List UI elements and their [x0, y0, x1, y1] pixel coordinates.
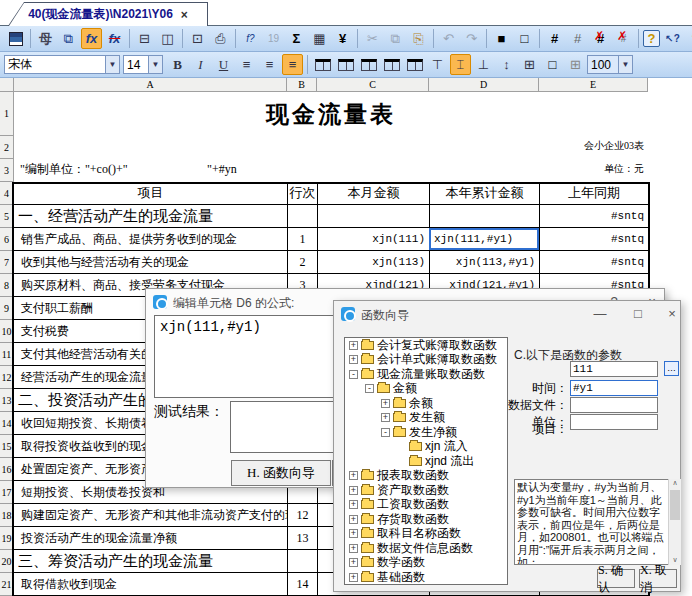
- header-ytd[interactable]: 本年累计金额: [429, 182, 539, 204]
- cell-month[interactable]: xjn(111): [317, 228, 429, 250]
- merge-rows-icon[interactable]: [358, 54, 379, 75]
- row-header[interactable]: 14: [0, 412, 14, 435]
- sheet-tab[interactable]: 40(现金流量表)\N2021\Y06 ×: [8, 2, 208, 26]
- copy-icon[interactable]: ⧉: [385, 28, 406, 49]
- expand-toggle-icon[interactable]: +: [349, 544, 358, 553]
- browse-button[interactable]: …: [664, 361, 679, 376]
- tree-item[interactable]: +数据文件信息函数: [345, 541, 507, 556]
- align-center-icon[interactable]: ≡: [259, 54, 280, 75]
- row-header[interactable]: 11: [0, 343, 14, 366]
- param-input-item[interactable]: [570, 361, 658, 377]
- header-month[interactable]: 本月金额: [317, 182, 429, 204]
- cell-line[interactable]: [287, 550, 317, 572]
- split-horizontal-icon[interactable]: ⊟: [134, 28, 155, 49]
- col-header-c[interactable]: C: [317, 78, 429, 92]
- scrollbar[interactable]: ∧∨: [668, 479, 681, 565]
- grid-thin-icon[interactable]: #: [567, 28, 588, 49]
- row-header[interactable]: 8: [0, 274, 14, 297]
- function-wizard-button[interactable]: H. 函数向导: [231, 460, 331, 486]
- valign-middle-icon[interactable]: ⌶: [450, 54, 471, 75]
- align-left-icon[interactable]: ≡: [236, 54, 257, 75]
- help-book-icon[interactable]: ?: [643, 30, 660, 47]
- param-input-unit[interactable]: [570, 414, 658, 430]
- paste-icon[interactable]: ⎘: [408, 28, 429, 49]
- expand-toggle-icon[interactable]: +: [349, 486, 358, 495]
- scrollbar-thumb[interactable]: [670, 490, 680, 520]
- italic-icon[interactable]: I: [190, 54, 211, 75]
- cell-label[interactable]: 销售产成品、商品、提供劳务收到的现金: [14, 228, 287, 250]
- row-header[interactable]: 21: [0, 573, 14, 596]
- cell-line[interactable]: 14: [287, 573, 317, 595]
- cell-label[interactable]: 购建固定资产、无形资产和其他非流动资产支付的现金: [14, 504, 287, 526]
- col-header-e[interactable]: E: [539, 78, 648, 92]
- copy-page-icon[interactable]: ⧉: [58, 28, 79, 49]
- expand-toggle-icon[interactable]: +: [349, 573, 358, 582]
- template-icon[interactable]: 母: [35, 28, 56, 49]
- save-button[interactable]: [5, 28, 26, 49]
- selected-cell-d6[interactable]: xjn(111,#y1): [429, 228, 539, 250]
- border-all-icon[interactable]: ⊞: [519, 54, 540, 75]
- row-header[interactable]: 7: [0, 251, 14, 274]
- cell-label[interactable]: 投资活动产生的现金流量净额: [14, 527, 287, 549]
- row-header[interactable]: 18: [0, 504, 14, 527]
- expand-toggle-icon[interactable]: -: [381, 428, 390, 437]
- expand-toggle-icon[interactable]: +: [381, 413, 390, 422]
- dialog-titlebar[interactable]: 函数向导 — □ ×: [334, 301, 680, 327]
- expand-toggle-icon[interactable]: +: [349, 529, 358, 538]
- cell-line[interactable]: 13: [287, 527, 317, 549]
- row-header[interactable]: 4: [0, 182, 14, 205]
- col-header-d[interactable]: D: [429, 78, 539, 92]
- print-preview-icon[interactable]: ⊡: [187, 28, 208, 49]
- cell-month[interactable]: xjn(113): [317, 251, 429, 273]
- fill-white-icon[interactable]: □: [514, 28, 535, 49]
- bold-icon[interactable]: B: [167, 54, 188, 75]
- expand-toggle-icon[interactable]: +: [349, 471, 358, 480]
- cell-prev[interactable]: #sntq: [539, 251, 648, 273]
- currency-icon[interactable]: ¥: [332, 28, 353, 49]
- param-input-datafile[interactable]: [570, 397, 658, 413]
- expand-toggle-icon[interactable]: +: [349, 558, 358, 567]
- tab-close-icon[interactable]: ×: [181, 8, 188, 22]
- col-header-a[interactable]: A: [14, 78, 287, 92]
- row-header[interactable]: 1: [0, 92, 14, 136]
- valign-top-icon[interactable]: ⊤: [427, 54, 448, 75]
- expand-toggle-icon[interactable]: +: [349, 515, 358, 524]
- row-header[interactable]: 13: [0, 389, 14, 412]
- valign-bottom-icon[interactable]: ⊥: [473, 54, 494, 75]
- font-size-select[interactable]: 14 ▼: [123, 55, 163, 74]
- align-right-icon[interactable]: ≡: [282, 54, 303, 75]
- undo-icon[interactable]: ↶: [438, 28, 459, 49]
- close-icon[interactable]: ×: [664, 306, 680, 322]
- row-header[interactable]: 10: [0, 320, 14, 343]
- cut-icon[interactable]: ✂: [362, 28, 383, 49]
- about-icon[interactable]: ?: [685, 28, 692, 49]
- row-header[interactable]: 20: [0, 550, 14, 573]
- row-header[interactable]: 6: [0, 228, 14, 251]
- print-icon[interactable]: ⎙: [210, 28, 231, 49]
- merge-cells-icon[interactable]: [312, 54, 333, 75]
- grid-thick-icon[interactable]: #: [544, 28, 565, 49]
- row-header[interactable]: 3: [0, 159, 14, 182]
- header-prev-year[interactable]: 上年同期: [539, 182, 648, 204]
- cell-line[interactable]: 1: [287, 228, 317, 250]
- select-all-corner[interactable]: [0, 78, 14, 92]
- valign-stretch-icon[interactable]: ↕: [496, 54, 517, 75]
- expand-toggle-icon[interactable]: +: [349, 355, 358, 364]
- report-code[interactable]: 会小企业03表: [14, 136, 648, 159]
- fill-black-icon[interactable]: ■: [491, 28, 512, 49]
- cell-line[interactable]: 12: [287, 504, 317, 526]
- merge-across-icon[interactable]: [335, 54, 356, 75]
- expand-toggle-icon[interactable]: +: [381, 399, 390, 408]
- report-title[interactable]: 现金流量表: [14, 92, 648, 136]
- expand-toggle-icon[interactable]: -: [349, 370, 358, 379]
- cell-prev[interactable]: #sntq: [539, 205, 648, 227]
- recalculate-icon[interactable]: 19: [263, 28, 284, 49]
- redo-icon[interactable]: ↷: [461, 28, 482, 49]
- prepared-by-row[interactable]: "编制单位："+co()+" "+#yn 单位：元: [14, 159, 648, 182]
- header-line[interactable]: 行次: [287, 182, 317, 204]
- cell-label[interactable]: 收到其他与经营活动有关的现金: [14, 251, 287, 273]
- grid-delete-icon[interactable]: #: [590, 28, 611, 49]
- row-header[interactable]: 9: [0, 297, 14, 320]
- chevron-down-icon[interactable]: ▼: [105, 56, 119, 73]
- row-header[interactable]: 16: [0, 458, 14, 481]
